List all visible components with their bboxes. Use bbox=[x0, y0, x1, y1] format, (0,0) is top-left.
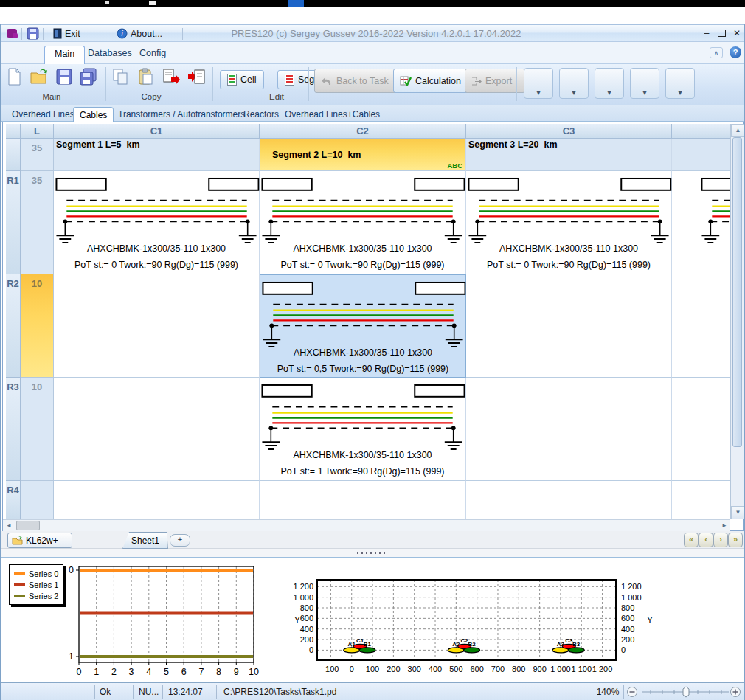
dropdown-button-1[interactable]: ▾ bbox=[524, 68, 553, 99]
save-icon[interactable] bbox=[27, 27, 39, 40]
save-file-icon[interactable] bbox=[55, 68, 73, 86]
x-tick-label: 0 bbox=[350, 665, 354, 673]
l-value-r2[interactable]: 10 bbox=[21, 274, 54, 378]
vertical-scrollbar[interactable]: ▲ ▼ bbox=[730, 124, 744, 519]
grid-corner-header[interactable] bbox=[6, 124, 21, 139]
horizontal-scrollbar-thumb[interactable] bbox=[16, 521, 40, 530]
cable-diagram-partial bbox=[699, 176, 730, 246]
nav-prev-button[interactable]: ‹ bbox=[699, 533, 713, 547]
sheet-tab-sheet1[interactable]: Sheet1 bbox=[122, 532, 168, 549]
y-tick-label: 1 200 bbox=[621, 582, 642, 591]
document-tab-bar: Overhead Lines Cables Transformers / Aut… bbox=[0, 105, 745, 122]
cable-diagram bbox=[466, 176, 673, 246]
y-tick-label: 600 bbox=[300, 614, 313, 623]
column-header-c3[interactable]: C3 bbox=[466, 124, 672, 139]
dropdown-button-3[interactable]: ▾ bbox=[595, 68, 624, 99]
grid-cell-r3c4-partial[interactable] bbox=[672, 378, 730, 481]
exit-icon bbox=[53, 28, 62, 39]
x-tick-label: 8 bbox=[216, 667, 221, 677]
row-header-r4[interactable]: R4 bbox=[6, 481, 21, 519]
horizontal-scrollbar[interactable]: ◄ ► bbox=[3, 519, 730, 531]
calculation-button[interactable]: Calculation bbox=[393, 69, 474, 93]
grid-cell-r1c4-partial[interactable] bbox=[672, 171, 730, 274]
copy-icon[interactable] bbox=[112, 68, 130, 86]
l-value-r1[interactable]: 35 bbox=[21, 171, 54, 274]
scroll-left-button[interactable]: ◄ bbox=[3, 520, 15, 531]
grid-cell-r3c3[interactable] bbox=[466, 378, 672, 481]
x-tick-label: 700 bbox=[491, 665, 505, 673]
scroll-down-button[interactable]: ▼ bbox=[731, 506, 745, 519]
cable-type-label: AHXCHBMK-1x300/35-110 1x300 bbox=[260, 450, 465, 460]
l-value-seg[interactable]: 35 bbox=[21, 139, 54, 171]
help-icon: ? bbox=[733, 48, 738, 57]
dropdown-button-5[interactable]: ▾ bbox=[665, 68, 695, 99]
grid-cell-r4c4-partial[interactable] bbox=[672, 481, 730, 519]
grid-cell-r3c2[interactable]: AHXCHBMK-1x300/35-110 1x300 PoT st:= 1 T… bbox=[260, 378, 466, 481]
l-value-r3[interactable]: 10 bbox=[21, 378, 54, 481]
copy-out-icon[interactable] bbox=[162, 68, 180, 86]
profile-chart[interactable]: 01234567891001 bbox=[7, 560, 266, 682]
cable-params-label: PoT st:= 0 Twork:=90 Rg(Dg)=115 (999) bbox=[54, 260, 259, 270]
exit-button[interactable]: Exit bbox=[49, 27, 85, 41]
column-header-c1[interactable]: C1 bbox=[54, 124, 260, 139]
grid-cell-r1c3[interactable]: AHXCHBMK-1x300/35-110 1x300 PoT st:= 0 T… bbox=[466, 171, 672, 274]
column-header-c2[interactable]: C2 bbox=[260, 124, 466, 139]
row-header-r2[interactable]: R2 bbox=[6, 274, 21, 378]
panel-splitter[interactable] bbox=[0, 549, 745, 557]
add-sheet-button[interactable]: + bbox=[170, 534, 190, 547]
segment-cell-1[interactable]: Segment 1 L=5 km bbox=[54, 139, 260, 171]
row-header-r3[interactable]: R3 bbox=[6, 378, 21, 481]
grid-cell-r2c2-selected[interactable]: AHXCHBMK-1x300/35-110 1x300 PoT st:= 0,5… bbox=[260, 274, 466, 378]
x-tick-label: 300 bbox=[408, 665, 421, 673]
grid-cell-r2c1[interactable] bbox=[54, 274, 260, 378]
grid-cell-r3c1[interactable] bbox=[54, 378, 260, 481]
zoom-slider-thumb[interactable] bbox=[683, 687, 689, 697]
help-button[interactable]: ? bbox=[730, 46, 741, 58]
zoom-slider[interactable] bbox=[626, 685, 742, 699]
grid-cell-r2c4-partial[interactable] bbox=[672, 274, 730, 378]
grid-cell-r4c2[interactable] bbox=[260, 481, 466, 519]
layout-chart[interactable]: -10001002003004005006007008009001 0001 1… bbox=[284, 560, 708, 682]
close-button[interactable]: ✕ bbox=[731, 27, 743, 38]
kl62w-button[interactable]: KL62w+ bbox=[7, 533, 72, 548]
row-header-seg[interactable] bbox=[6, 139, 21, 171]
maximize-button[interactable] bbox=[715, 27, 727, 38]
cell-button[interactable]: Cell bbox=[220, 70, 264, 89]
grid-cell-r4c3[interactable] bbox=[466, 481, 672, 519]
about-button[interactable]: i About... bbox=[112, 27, 167, 41]
y-tick-label: 400 bbox=[621, 625, 634, 634]
minimize-button[interactable]: – bbox=[701, 27, 713, 38]
grid-cell-r4c1[interactable] bbox=[54, 481, 260, 519]
l-value-r4[interactable] bbox=[21, 481, 54, 519]
open-file-icon[interactable] bbox=[30, 68, 47, 86]
segment-cell-4-partial[interactable] bbox=[672, 139, 730, 171]
dropdown-button-4[interactable]: ▾ bbox=[630, 68, 659, 99]
segment-cell-3[interactable]: Segment 3 L=20 km bbox=[466, 139, 672, 171]
scroll-up-button[interactable]: ▲ bbox=[731, 124, 745, 137]
paste-icon[interactable] bbox=[137, 68, 155, 86]
paste-in-icon[interactable] bbox=[187, 68, 205, 86]
charts-panel: Series 0Series 1Series 2 01234567891001 … bbox=[0, 557, 745, 682]
scroll-right-button[interactable]: ► bbox=[718, 520, 730, 531]
new-file-icon[interactable] bbox=[5, 68, 23, 86]
vertical-scrollbar-thumb[interactable] bbox=[732, 137, 742, 447]
column-header-c4-partial[interactable] bbox=[672, 124, 730, 139]
column-header-l[interactable]: L bbox=[21, 124, 54, 139]
nav-last-button[interactable]: » bbox=[728, 533, 743, 547]
row-header-r1[interactable]: R1 bbox=[6, 171, 21, 274]
segment-cell-2[interactable]: Segment 2 L=10 km ABC bbox=[260, 139, 466, 171]
nav-next-button[interactable]: › bbox=[713, 533, 728, 547]
dropdown-button-2[interactable]: ▾ bbox=[559, 68, 589, 99]
grid-cell-r1c2[interactable]: AHXCHBMK-1x300/35-110 1x300 PoT st:= 0 T… bbox=[260, 171, 466, 274]
save-all-icon[interactable] bbox=[80, 68, 97, 86]
grid-cell-r2c3[interactable] bbox=[466, 274, 672, 378]
cable-diagram bbox=[260, 383, 466, 452]
about-label: About... bbox=[131, 29, 162, 39]
group-separator bbox=[308, 67, 309, 101]
x-tick-label: 500 bbox=[449, 665, 462, 673]
ribbon-collapse-button[interactable]: ∧ bbox=[710, 47, 723, 58]
back-to-task-button[interactable]: Back to Task bbox=[314, 69, 403, 93]
nav-first-button[interactable]: « bbox=[684, 533, 699, 547]
grid-cell-r1c1[interactable]: AHXCHBMK-1x300/35-110 1x300 PoT st:= 0 T… bbox=[54, 171, 260, 274]
screen-artifact bbox=[288, 0, 304, 7]
